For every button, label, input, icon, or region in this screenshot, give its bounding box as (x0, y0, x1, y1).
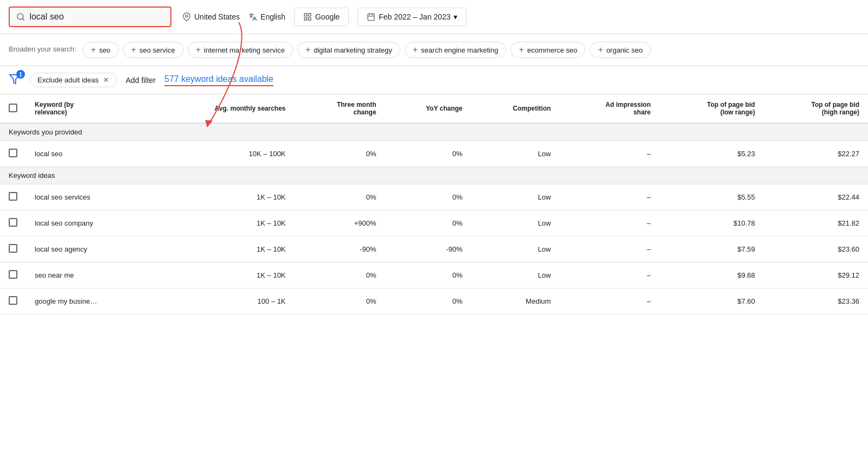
col-header-checkbox[interactable] (0, 94, 26, 123)
row-checkbox[interactable] (0, 289, 26, 315)
location-icon (182, 12, 191, 21)
row-keyword: local seo company (26, 210, 153, 236)
row-keyword: local seo agency (26, 236, 153, 262)
row-top-bid-high: $23.60 (764, 236, 868, 262)
row-ad-impression: – (559, 289, 659, 315)
date-range-button[interactable]: Feb 2022 – Jan 2023 ▾ (358, 8, 467, 26)
row-yoy: 0% (385, 210, 471, 236)
search-box[interactable] (9, 7, 171, 27)
row-checkbox[interactable] (0, 262, 26, 289)
row-top-bid-low: $7.60 (659, 289, 763, 315)
row-checkbox-input[interactable] (9, 244, 17, 253)
broaden-chips: + seo + seo service + internet marketing… (82, 42, 651, 58)
section-ideas-label: Keyword ideas (0, 167, 868, 184)
row-avg-monthly: 1K – 10K (153, 210, 294, 236)
filter-icon-wrapper[interactable]: 1 (9, 73, 21, 87)
language-icon (248, 12, 257, 21)
row-checkbox-input[interactable] (9, 149, 17, 157)
chip-internet-marketing-service[interactable]: + internet marketing service (188, 42, 293, 58)
header: United States English (0, 0, 868, 34)
row-competition: Low (471, 262, 560, 289)
chip-ecommerce-seo[interactable]: + ecommerce seo (510, 42, 585, 58)
row-checkbox[interactable] (0, 141, 26, 167)
svg-rect-8 (368, 14, 374, 21)
broaden-label: Broaden your search: (9, 42, 76, 53)
table-body: Keywords you provided local seo 10K – 10… (0, 123, 868, 315)
row-avg-monthly: 1K – 10K (153, 236, 294, 262)
table-row: local seo company 1K – 10K +900% 0% Low … (0, 210, 868, 236)
keywords-table: Keyword (byrelevance) Avg. monthly searc… (0, 94, 868, 315)
google-button[interactable]: Google (294, 8, 349, 26)
row-top-bid-low: $7.59 (659, 236, 763, 262)
plus-icon-ims: + (196, 45, 201, 55)
col-header-competition: Competition (471, 94, 560, 123)
date-range-label: Feb 2022 – Jan 2023 (379, 12, 450, 21)
row-top-bid-low: $10.78 (659, 210, 763, 236)
row-checkbox-input[interactable] (9, 270, 17, 279)
row-checkbox[interactable] (0, 210, 26, 236)
chip-seo-service-label: seo service (139, 46, 175, 54)
search-input[interactable] (29, 12, 164, 22)
select-all-checkbox[interactable] (9, 104, 17, 112)
svg-point-3 (186, 15, 188, 17)
row-three-month: 0% (295, 184, 385, 210)
table-row: seo near me 1K – 10K 0% 0% Low – $9.68 $… (0, 262, 868, 289)
chip-oseo-label: organic seo (607, 46, 643, 54)
row-competition: Low (471, 236, 560, 262)
col-header-ad-impression: Ad impressionshare (559, 94, 659, 123)
table-row: local seo 10K – 100K 0% 0% Low – $5.23 $… (0, 141, 868, 167)
row-top-bid-high: $23.36 (764, 289, 868, 315)
keyword-count: 577 keyword ideas available (164, 74, 273, 86)
plus-icon-sem: + (413, 45, 418, 55)
chip-seo-label: seo (99, 46, 111, 54)
section-ideas: Keyword ideas (0, 167, 868, 184)
plus-icon-seo: + (91, 45, 95, 55)
close-icon[interactable]: ✕ (103, 76, 109, 84)
row-competition: Medium (471, 289, 560, 315)
row-avg-monthly: 10K – 100K (153, 141, 294, 167)
location-control[interactable]: United States (182, 12, 240, 21)
chip-search-engine-marketing[interactable]: + search engine marketing (405, 42, 507, 58)
row-ad-impression: – (559, 210, 659, 236)
exclude-adult-chip[interactable]: Exclude adult ideas ✕ (29, 73, 117, 87)
row-checkbox[interactable] (0, 236, 26, 262)
col-header-avg-monthly: Avg. monthly searches (153, 94, 294, 123)
row-ad-impression: – (559, 184, 659, 210)
row-checkbox[interactable] (0, 184, 26, 210)
svg-line-2 (22, 18, 24, 20)
chip-dms-label: digital marketing strategy (314, 46, 392, 54)
language-label: English (260, 12, 285, 21)
row-keyword: seo near me (26, 262, 153, 289)
row-top-bid-low: $9.68 (659, 262, 763, 289)
row-top-bid-high: $21.82 (764, 210, 868, 236)
row-avg-monthly: 100 – 1K (153, 289, 294, 315)
row-keyword: google my busine… (26, 289, 153, 315)
row-yoy: 0% (385, 184, 471, 210)
row-top-bid-low: $5.23 (659, 141, 763, 167)
row-competition: Low (471, 141, 560, 167)
chip-seo-service[interactable]: + seo service (123, 42, 183, 58)
row-checkbox-input[interactable] (9, 218, 17, 227)
svg-rect-6 (308, 17, 311, 20)
row-three-month: 0% (295, 289, 385, 315)
broaden-section: Broaden your search: + seo + seo service… (0, 34, 868, 66)
chip-organic-seo[interactable]: + organic seo (590, 42, 651, 58)
google-label: Google (315, 12, 340, 21)
row-yoy: 0% (385, 141, 471, 167)
table-container: Keyword (byrelevance) Avg. monthly searc… (0, 94, 868, 315)
row-checkbox-input[interactable] (9, 296, 17, 305)
row-top-bid-low: $5.55 (659, 184, 763, 210)
row-three-month: 0% (295, 141, 385, 167)
plus-icon-eseo: + (519, 45, 524, 55)
row-avg-monthly: 1K – 10K (153, 262, 294, 289)
section-provided-label: Keywords you provided (0, 123, 868, 141)
search-engine-icon (303, 12, 312, 21)
row-checkbox-input[interactable] (9, 192, 17, 201)
table-header: Keyword (byrelevance) Avg. monthly searc… (0, 94, 868, 123)
chip-ims-label: internet marketing service (204, 46, 285, 54)
add-filter-button[interactable]: Add filter (126, 76, 156, 85)
chip-digital-marketing-strategy[interactable]: + digital marketing strategy (297, 42, 400, 58)
chip-seo[interactable]: + seo (82, 42, 118, 58)
language-control[interactable]: English (248, 12, 285, 21)
col-header-top-bid-high: Top of page bid(high range) (764, 94, 868, 123)
